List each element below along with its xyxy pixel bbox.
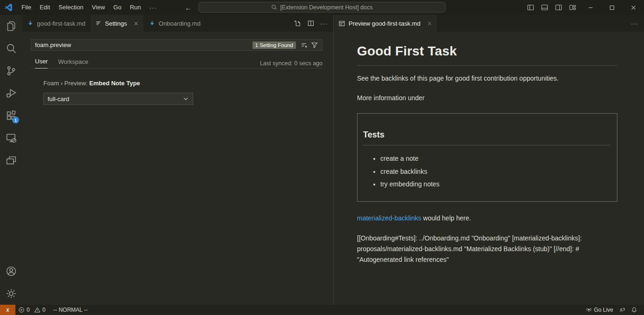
warning-icon (34, 307, 41, 313)
nav-back-icon[interactable]: ← (185, 4, 192, 12)
status-bar-right: Go Live (583, 305, 644, 315)
split-editor-icon[interactable] (305, 18, 316, 29)
right-editor-group: Preview good-first-task.md ··· Good Firs… (334, 15, 644, 305)
list-item: try embedding notes (380, 179, 610, 189)
menu-file[interactable]: File (17, 2, 35, 13)
settings-search-input[interactable]: foam.preview 1 Setting Found (31, 39, 322, 51)
remote-indicator[interactable] (0, 305, 15, 315)
menu-selection[interactable]: Selection (54, 2, 87, 13)
settings-search-value: foam.preview (35, 41, 252, 48)
menu-more-icon[interactable]: ··· (145, 4, 161, 11)
tab-label: good-first-task.md (37, 20, 85, 27)
scope-tab-workspace[interactable]: Workspace (58, 58, 88, 68)
run-debug-icon[interactable] (0, 82, 22, 104)
left-tab-actions: ··· (292, 15, 333, 32)
embed-list: create a note create backlinks try embed… (363, 154, 610, 189)
embedded-note-card: Tests create a note create backlinks try… (357, 113, 617, 202)
setting-embed-note-type: Foam › Preview: Embed Note Type full-car… (43, 80, 322, 105)
settings-gear-icon[interactable] (0, 282, 22, 305)
vscode-logo-icon (4, 3, 13, 12)
close-tab-icon[interactable] (133, 21, 139, 27)
explorer-icon[interactable] (0, 15, 22, 37)
menu-run[interactable]: Run (126, 2, 145, 13)
right-tabstrip: Preview good-first-task.md ··· (334, 15, 644, 32)
menu-view[interactable]: View (88, 2, 109, 13)
search-icon (271, 4, 277, 10)
settings-editor-icon (95, 20, 102, 27)
menu-go[interactable]: Go (109, 2, 126, 13)
tab-label: Onboarding.md (159, 20, 201, 27)
link-references-text: [[Onboarding#Tests]: ../Onboarding.md "O… (357, 233, 617, 265)
left-tabstrip: good-first-task.md Settings Onboarding.m… (22, 15, 333, 32)
problems-status[interactable]: 0 0 (15, 305, 50, 315)
extensions-icon[interactable]: 1 (0, 104, 22, 127)
embed-title: Tests (363, 129, 610, 145)
open-settings-json-icon[interactable] (292, 18, 303, 29)
menu-edit[interactable]: Edit (35, 2, 54, 13)
backlink-line: materialized-backlinks would help here. (357, 213, 617, 223)
tab-good-first-task[interactable]: good-first-task.md (22, 15, 91, 32)
select-value: full-card (48, 96, 69, 103)
tab-label: Preview good-first-task.md (349, 20, 420, 27)
clear-search-icon[interactable] (299, 40, 309, 50)
feedback-icon (619, 307, 625, 313)
more-actions-icon[interactable]: ··· (318, 18, 329, 29)
markdown-preview-icon (338, 20, 345, 27)
accounts-icon[interactable] (0, 260, 22, 282)
settings-editor: foam.preview 1 Setting Found User Worksp… (22, 32, 333, 105)
windows-stack-icon[interactable] (0, 149, 22, 171)
filter-icon[interactable] (309, 40, 320, 50)
list-item: create backlinks (380, 167, 610, 176)
error-icon (18, 307, 25, 313)
setting-name: Embed Note Type (89, 80, 140, 87)
embed-note-type-select[interactable]: full-card (43, 93, 193, 105)
search-view-icon[interactable] (0, 37, 22, 60)
minimize-button[interactable] (580, 0, 601, 15)
feedback-button[interactable] (616, 305, 628, 315)
source-control-icon[interactable] (0, 60, 22, 82)
extensions-badge: 1 (12, 116, 19, 123)
window-controls (524, 0, 644, 15)
markdown-file-icon (27, 20, 34, 27)
tab-settings[interactable]: Settings (91, 15, 144, 32)
go-live-label: Go Live (594, 307, 613, 313)
preview-title: Good First Task (357, 42, 617, 66)
toggle-secondary-sidebar-icon[interactable] (552, 0, 566, 15)
notifications-bell-icon[interactable] (628, 305, 640, 315)
customize-layout-icon[interactable] (566, 0, 580, 15)
remote-explorer-icon[interactable] (0, 127, 22, 149)
more-actions-icon[interactable]: ··· (629, 18, 640, 29)
tab-preview-good-first-task[interactable]: Preview good-first-task.md (334, 15, 438, 32)
activity-bar-spacer (0, 171, 22, 260)
last-synced-label: Last synced: 0 secs ago (260, 60, 322, 67)
left-editor-group: good-first-task.md Settings Onboarding.m… (22, 15, 334, 305)
go-live-button[interactable]: Go Live (583, 305, 616, 315)
right-tab-actions: ··· (629, 15, 644, 32)
remote-icon (4, 307, 11, 314)
maximize-button[interactable] (601, 0, 623, 15)
activity-bar: 1 (0, 15, 22, 305)
tab-label: Settings (105, 20, 127, 27)
close-tab-icon[interactable] (427, 21, 433, 27)
settings-scope-tabs: User Workspace Last synced: 0 secs ago (31, 58, 322, 68)
tab-onboarding[interactable]: Onboarding.md (144, 15, 206, 32)
close-window-button[interactable] (623, 0, 644, 15)
scope-tab-user[interactable]: User (35, 58, 48, 68)
preview-paragraph: See the backlinks of this page for good … (357, 74, 617, 83)
warning-count: 0 (42, 307, 46, 313)
setting-category: Foam › Preview: (43, 80, 89, 87)
markdown-preview: Good First Task See the backlinks of thi… (334, 32, 644, 265)
command-center-search[interactable]: [Extension Development Host] docs (198, 2, 446, 13)
setting-title: Foam › Preview: Embed Note Type (43, 80, 322, 87)
materialized-backlinks-link[interactable]: materialized-backlinks (357, 214, 421, 222)
toggle-sidebar-icon[interactable] (524, 0, 538, 15)
vim-mode-status[interactable]: -- NORMAL -- (50, 305, 91, 315)
settings-count-badge: 1 Setting Found (252, 41, 296, 49)
preview-paragraph: More information under (357, 93, 617, 103)
link-suffix: would help here. (421, 214, 471, 222)
error-count: 0 (27, 307, 30, 313)
list-item: create a note (380, 154, 610, 163)
broadcast-icon (586, 307, 592, 313)
menubar: File Edit Selection View Go Run ··· (17, 2, 161, 13)
toggle-panel-icon[interactable] (538, 0, 552, 15)
